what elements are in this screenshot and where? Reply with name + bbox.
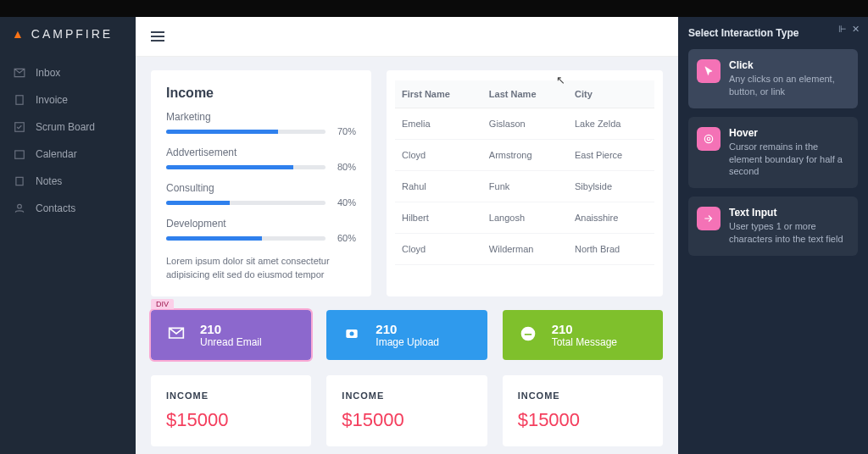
income-value: $15000 — [166, 409, 296, 431]
income-box: INCOME$15000 — [151, 375, 311, 446]
table-header[interactable]: Last Name — [482, 80, 568, 108]
calendar-icon — [14, 148, 25, 160]
progress-bar — [166, 236, 326, 241]
option-title: Text Input — [729, 207, 849, 219]
panel-title: Select Interaction Type — [688, 27, 858, 39]
notes-icon — [14, 175, 25, 187]
sidebar: ▲ CAMPFIRE Inbox Invoice Scrum Board Cal… — [0, 17, 136, 454]
people-table: First NameLast NameCity EmeliaGislasonLa… — [395, 80, 654, 265]
tile-text: Total Message — [552, 336, 617, 348]
income-title: Income — [166, 86, 356, 101]
nav-item-inbox[interactable]: Inbox — [0, 59, 136, 86]
nav-item-notes[interactable]: Notes — [0, 168, 136, 195]
income-label: INCOME — [342, 390, 471, 401]
panel-close-icon[interactable]: ✕ — [852, 24, 860, 35]
income-value: $15000 — [518, 409, 648, 431]
bar-label: Consulting — [166, 182, 356, 194]
option-title: Hover — [729, 127, 849, 139]
interaction-option-text-input[interactable]: Text InputUser types 1 or more character… — [688, 197, 858, 256]
nav: Inbox Invoice Scrum Board Calendar Notes… — [0, 51, 136, 230]
brand: ▲ CAMPFIRE — [0, 17, 136, 51]
svg-point-7 — [704, 135, 712, 142]
nav-item-contacts[interactable]: Contacts — [0, 195, 136, 222]
income-lorem: Lorem ipsum dolor sit amet consectetur a… — [166, 255, 356, 281]
income-card: Income Marketing 70%Addvertisement 80%Co… — [151, 70, 371, 296]
table-row[interactable]: EmeliaGislasonLake Zelda — [395, 108, 654, 140]
stat-tile[interactable]: 210Image Upload — [326, 310, 487, 360]
svg-point-8 — [707, 137, 710, 141]
option-icon — [697, 127, 721, 151]
interaction-option-click[interactable]: ClickAny clicks on an element, button, o… — [688, 49, 858, 108]
interaction-option-hover[interactable]: HoverCursor remains in the element bound… — [688, 117, 858, 189]
tile-icon — [164, 325, 188, 346]
mail-icon — [14, 67, 25, 79]
bar-label: Addvertisement — [166, 147, 356, 158]
bar-pct: 60% — [334, 233, 356, 243]
table-row[interactable]: CloydArmstrongEast Pierce — [395, 140, 654, 171]
table-card: ↖ First NameLast NameCity EmeliaGislason… — [387, 70, 663, 296]
flame-icon: ▲ — [12, 27, 26, 41]
svg-rect-2 — [15, 151, 25, 158]
svg-rect-0 — [16, 96, 23, 105]
tile-icon — [340, 325, 364, 346]
tile-number: 210 — [200, 322, 262, 336]
selection-tag: DIV — [151, 299, 174, 309]
bar-pct: 40% — [334, 197, 356, 208]
bar-label: Development — [166, 218, 356, 230]
cursor-icon: ↖ — [556, 74, 565, 86]
option-icon — [697, 207, 721, 230]
income-label: INCOME — [518, 390, 648, 401]
nav-item-scrumboard[interactable]: Scrum Board — [0, 114, 136, 141]
option-desc: Any clicks on an element, button, or lin… — [729, 73, 849, 98]
contacts-icon — [14, 202, 25, 214]
income-box: INCOME$15000 — [503, 375, 663, 446]
file-icon — [14, 94, 25, 106]
table-row[interactable]: RahulFunkSibylside — [395, 171, 654, 202]
table-header[interactable]: First Name — [395, 80, 482, 108]
tile-text: Unread Email — [200, 336, 262, 348]
stat-tile[interactable]: 210Unread Email — [151, 310, 311, 360]
panel-pin-icon[interactable]: ⊩ — [838, 24, 847, 35]
svg-point-4 — [18, 204, 22, 208]
tile-text: Image Upload — [376, 336, 439, 348]
bar-label: Marketing — [166, 111, 356, 123]
brand-text: CAMPFIRE — [31, 27, 113, 41]
svg-point-6 — [350, 331, 354, 335]
stat-tile[interactable]: 210Total Message — [503, 310, 663, 360]
nav-item-invoice[interactable]: Invoice — [0, 86, 136, 114]
tile-number: 210 — [376, 322, 439, 336]
tile-number: 210 — [552, 322, 617, 336]
table-row[interactable]: CloydWildermanNorth Brad — [395, 234, 654, 265]
table-row[interactable]: HilbertLangoshAnaisshire — [395, 202, 654, 234]
menu-toggle[interactable] — [151, 31, 164, 42]
progress-bar — [166, 165, 326, 169]
progress-bar — [166, 130, 326, 134]
option-title: Click — [729, 59, 849, 71]
income-box: INCOME$15000 — [326, 375, 487, 446]
tile-icon — [516, 325, 540, 346]
option-icon — [697, 59, 721, 83]
bar-pct: 80% — [334, 162, 356, 172]
header — [136, 17, 678, 57]
income-value: $15000 — [342, 409, 471, 431]
interaction-panel: ⊩ ✕ Select Interaction Type ClickAny cli… — [678, 17, 868, 454]
progress-bar — [166, 201, 326, 205]
table-header[interactable]: City — [568, 80, 654, 108]
nav-item-calendar[interactable]: Calendar — [0, 141, 136, 168]
bar-pct: 70% — [334, 126, 356, 136]
svg-rect-3 — [16, 177, 23, 185]
option-desc: User types 1 or more characters into the… — [729, 220, 849, 246]
option-desc: Cursor remains in the element boundary f… — [729, 141, 849, 179]
income-label: INCOME — [166, 390, 296, 401]
check-icon — [14, 121, 25, 133]
